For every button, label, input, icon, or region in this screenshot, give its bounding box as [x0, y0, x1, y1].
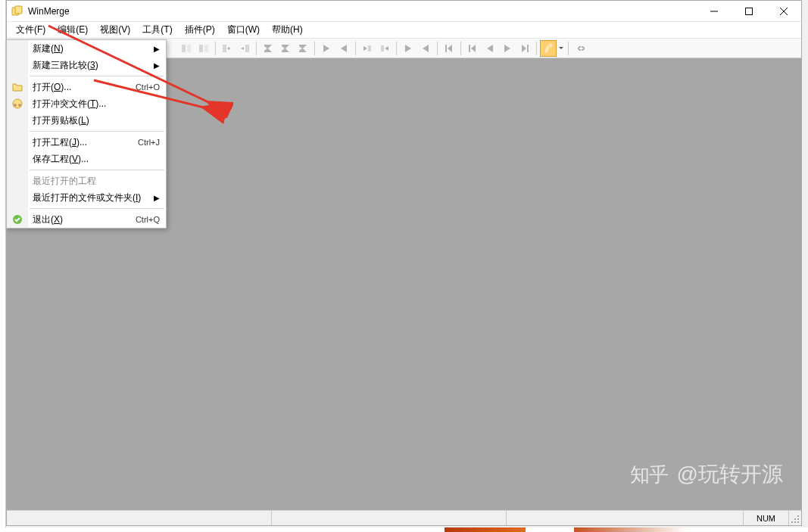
menu-item[interactable]: 新建(N)▶ — [7, 40, 166, 57]
zhihu-logo: 知乎 — [630, 462, 668, 488]
menu-item-label: 打开(O)... — [33, 81, 136, 94]
menu-plugins[interactable]: 插件(P) — [179, 22, 221, 38]
minimize-button[interactable] — [697, 1, 732, 22]
toolbar-dropdown-caret[interactable] — [557, 40, 565, 57]
svg-rect-12 — [368, 45, 371, 51]
toolbar-separator — [215, 42, 216, 55]
svg-rect-13 — [381, 45, 384, 51]
menu-window[interactable]: 窗口(W) — [221, 22, 266, 38]
bottom-edge — [0, 527, 808, 532]
diff-docs-icon[interactable] — [178, 40, 195, 57]
highlight-toggle-icon[interactable] — [540, 40, 557, 57]
svg-rect-10 — [223, 45, 226, 52]
toolbar-separator — [355, 42, 356, 55]
menu-view[interactable]: 视图(V) — [94, 22, 136, 38]
svg-rect-15 — [469, 45, 470, 52]
toolbar-separator — [396, 42, 397, 55]
exit-icon — [11, 213, 23, 226]
status-cell-2 — [272, 511, 507, 525]
diff-prev-small-icon[interactable] — [376, 40, 393, 57]
diff-side-icon[interactable] — [195, 40, 212, 57]
skip-prev-icon[interactable] — [482, 40, 498, 57]
svg-rect-6 — [182, 45, 186, 52]
crop-edge — [0, 0, 6, 532]
svg-rect-3 — [746, 8, 753, 14]
copy-left-block-icon[interactable] — [219, 40, 236, 57]
nav-left-icon[interactable] — [335, 40, 352, 57]
toolbar-separator — [256, 42, 257, 55]
menu-item-label: 退出(X) — [33, 213, 136, 226]
svg-rect-14 — [445, 45, 447, 52]
conflict-icon — [11, 98, 23, 110]
resize-grip-icon[interactable] — [789, 511, 801, 525]
svg-rect-1 — [15, 6, 22, 14]
submenu-arrow-icon: ▶ — [154, 61, 160, 70]
svg-rect-8 — [199, 45, 203, 52]
sigma-icon[interactable] — [295, 40, 311, 57]
menu-item[interactable]: 打开工程(J)...Ctrl+J — [7, 134, 166, 151]
play-prev-icon[interactable] — [417, 40, 434, 57]
menu-item[interactable]: 最近打开的文件或文件夹(I)▶ — [7, 189, 166, 206]
menu-file[interactable]: 文件(F) — [10, 22, 51, 38]
diff-next-small-icon[interactable] — [359, 40, 376, 57]
menu-separator — [30, 170, 164, 170]
menu-item-label: 最近打开的工程 — [33, 175, 160, 188]
menu-tools[interactable]: 工具(T) — [136, 22, 178, 38]
svg-point-23 — [797, 515, 799, 517]
nav-right-icon[interactable] — [318, 40, 335, 57]
window-title: WinMerge — [28, 6, 70, 17]
menu-item[interactable]: 打开剪贴板(L) — [7, 112, 166, 129]
skip-next-icon[interactable] — [499, 40, 516, 57]
menu-item[interactable]: 退出(X)Ctrl+Q — [7, 211, 166, 228]
menu-item[interactable]: 打开(O)...Ctrl+O — [7, 79, 166, 95]
toolbar-separator — [437, 42, 438, 55]
sigma-right-icon[interactable] — [277, 40, 294, 57]
skip-last-icon[interactable] — [516, 40, 533, 57]
menu-item[interactable]: 打开冲突文件(T)... — [7, 95, 166, 112]
submenu-arrow-icon: ▶ — [154, 45, 160, 53]
skip-first-icon[interactable] — [464, 40, 481, 57]
svg-point-20 — [797, 518, 799, 520]
sigma-left-icon[interactable] — [260, 40, 276, 57]
menu-shortcut: Ctrl+Q — [136, 215, 160, 224]
svg-rect-7 — [187, 45, 191, 52]
svg-point-25 — [14, 104, 17, 107]
maximize-button[interactable] — [732, 1, 766, 22]
copy-right-block-icon[interactable] — [236, 40, 253, 57]
toolbar-separator — [460, 42, 461, 55]
status-cell-1 — [7, 511, 272, 525]
menu-shortcut: Ctrl+J — [138, 138, 160, 147]
close-button[interactable] — [766, 1, 801, 22]
menu-item[interactable]: 新建三路比较(3)▶ — [7, 57, 166, 73]
svg-rect-16 — [527, 45, 529, 52]
menu-item[interactable]: 保存工程(V)... — [7, 151, 166, 167]
window-controls — [697, 1, 801, 22]
svg-rect-9 — [204, 45, 208, 52]
status-cell-3 — [507, 511, 744, 525]
watermark: 知乎 @玩转开源 — [630, 460, 783, 489]
menu-separator — [30, 208, 164, 209]
submenu-arrow-icon: ▶ — [154, 194, 160, 202]
skip-first-pair-icon[interactable] — [441, 40, 457, 57]
play-next-icon[interactable] — [400, 40, 416, 57]
menu-help[interactable]: 帮助(H) — [266, 22, 309, 38]
file-dropdown-menu: 新建(N)▶新建三路比较(3)▶打开(O)...Ctrl+O打开冲突文件(T).… — [6, 39, 167, 229]
statusbar: NUM — [7, 510, 801, 525]
link-icon[interactable] — [572, 40, 588, 57]
menu-item-label: 最近打开的文件或文件夹(I) — [33, 191, 154, 204]
toolbar-separator — [314, 42, 315, 55]
svg-point-21 — [791, 521, 793, 523]
svg-point-26 — [18, 104, 21, 107]
status-num: NUM — [744, 511, 789, 525]
menu-edit[interactable]: 编辑(E) — [51, 22, 94, 38]
menu-item-label: 打开冲突文件(T)... — [33, 98, 160, 110]
svg-point-22 — [794, 518, 796, 520]
menu-item-label: 保存工程(V)... — [33, 153, 160, 166]
menu-item: 最近打开的工程 — [7, 173, 166, 189]
titlebar: WinMerge — [7, 1, 801, 22]
menu-shortcut: Ctrl+O — [136, 82, 160, 92]
menubar: 文件(F) 编辑(E) 视图(V) 工具(T) 插件(P) 窗口(W) 帮助(H… — [7, 22, 801, 39]
app-icon — [11, 5, 23, 17]
menu-separator — [30, 76, 164, 76]
svg-point-18 — [797, 521, 799, 523]
